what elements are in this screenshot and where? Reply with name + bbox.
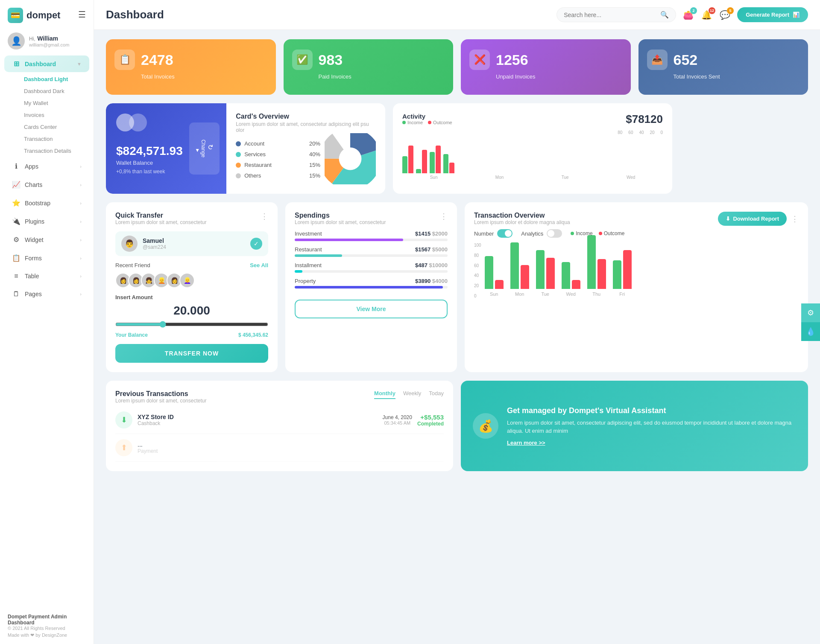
activity-title: Activity [402, 113, 452, 120]
tx-date-1: June 4, 2020 [383, 414, 412, 420]
bootstrap-icon: ⭐ [12, 199, 20, 207]
subitem-transaction-details[interactable]: Transaction Details [16, 145, 89, 157]
last-section: Previous Transactions Lorem ipsum dolor … [106, 381, 808, 471]
chevron-right-icon-4: › [80, 219, 82, 224]
search-input[interactable] [564, 12, 657, 18]
chevron-right-icon-8: › [80, 291, 82, 297]
footer-year: © 2021 All Rights Reserved [8, 626, 86, 631]
bar-group-wed [443, 154, 454, 173]
search-bar[interactable]: 🔍 [556, 7, 676, 22]
overview-legend: Account 20% Services 40% [236, 140, 320, 179]
settings-right-button[interactable]: ⚙ [801, 303, 820, 322]
sidebar-item-plugins[interactable]: 🔌 Plugins › [4, 213, 89, 230]
bar-col-fri: Fri [613, 250, 632, 297]
see-all-link[interactable]: See All [250, 262, 268, 268]
big-bar-chart-wrapper: 020406080100 Sun [474, 243, 799, 307]
sidebar-label-pages: Pages [25, 291, 42, 297]
download-report-button[interactable]: ⬇ Download Report [718, 212, 787, 226]
user-email: william@gmail.com [29, 42, 69, 47]
transfer-now-button[interactable]: TRANSFER NOW [115, 344, 268, 363]
insert-amount-label: Insert Amount [115, 294, 268, 300]
fri-income-bar [613, 260, 621, 289]
subitem-dashboard-dark[interactable]: Dashboard Dark [16, 85, 89, 97]
tab-today[interactable]: Today [429, 390, 444, 399]
amount-slider[interactable] [115, 321, 268, 328]
sidebar-item-pages[interactable]: 🗒 Pages › [4, 286, 89, 302]
view-more-button[interactable]: View More [295, 300, 448, 318]
outcome-dot-2 [599, 232, 602, 235]
sidebar-item-dashboard[interactable]: ⊞ Dashboard ▼ [4, 55, 89, 72]
activity-amount: $78120 [626, 113, 663, 126]
subitem-invoices[interactable]: Invoices [16, 109, 89, 121]
change-button[interactable]: ↻ Change ▼ [189, 122, 220, 175]
sidebar-item-charts[interactable]: 📈 Charts › [4, 176, 89, 193]
table-icon: ≡ [12, 272, 20, 280]
fri-outcome-bar [623, 250, 632, 289]
sidebar-item-forms[interactable]: 📋 Forms › [4, 250, 89, 266]
transaction-overview-menu[interactable]: ⋮ [791, 214, 799, 224]
bar-sun-outcome [408, 146, 413, 173]
bar-tue-outcome [436, 146, 441, 173]
bar-chart-inner: Sun Mon [485, 247, 799, 307]
sidebar-footer: Dompet Payment Admin Dashboard © 2021 Al… [0, 608, 94, 644]
number-toggle[interactable] [497, 229, 512, 238]
tx-type-2: Payment [138, 448, 444, 454]
chevron-right-icon-2: › [80, 182, 82, 187]
activity-card: Activity Income Outcome $78120 80 60 40 … [393, 103, 672, 194]
subitem-my-wallet[interactable]: My Wallet [16, 97, 89, 109]
money-bag-icon: 💰 [478, 419, 493, 433]
bar-wed-income [443, 154, 448, 173]
analytics-toggle[interactable] [547, 229, 562, 238]
message-icon-btn[interactable]: 💬 5 [720, 10, 730, 20]
sidebar-item-widget[interactable]: ⚙ Widget › [4, 231, 89, 248]
chevron-right-icon-5: › [80, 237, 82, 242]
sidebar-label-bootstrap: Bootstrap [25, 200, 50, 207]
chevron-right-icon-7: › [80, 274, 82, 279]
tab-monthly[interactable]: Monthly [374, 390, 395, 399]
income-dot [402, 121, 406, 124]
spendings-menu[interactable]: ⋮ [440, 212, 448, 221]
tx-name-1: XYZ Store ID [138, 414, 378, 420]
bar-sun-income [402, 156, 407, 173]
sidebar-item-table[interactable]: ≡ Table › [4, 268, 89, 284]
subitem-cards-center[interactable]: Cards Center [16, 121, 89, 133]
stat-card-total-invoices: 📋 2478 Total Invoices [106, 39, 276, 95]
sidebar-item-bootstrap[interactable]: ⭐ Bootstrap › [4, 195, 89, 211]
spendings-card: Spendings Lorem ipsum dolor sit amet, co… [285, 202, 457, 372]
subitem-transaction[interactable]: Transaction [16, 133, 89, 145]
analytics-toggle-label: Analytics [521, 230, 543, 237]
avatar: 👤 [8, 32, 25, 50]
sun-label: Sun [490, 291, 498, 297]
sidebar-label-forms: Forms [25, 255, 42, 262]
prev-tx-title: Previous Transactions [115, 390, 206, 398]
va-text: Lorem ipsum dolor sit amet, consectetur … [507, 419, 796, 435]
bar-pair-mon [510, 242, 529, 289]
number-toggle-group: Number [474, 229, 512, 238]
user-info: Hi, William william@gmail.com [29, 35, 69, 47]
wallet-icon-btn[interactable]: 👛 2 [683, 10, 694, 20]
hamburger-icon[interactable]: ☰ [78, 9, 86, 20]
bar-group-sun [402, 146, 413, 173]
droplet-right-button[interactable]: 💧 [801, 322, 820, 341]
quick-transfer-title: Quick Transfer [115, 212, 206, 219]
notification-icon-btn[interactable]: 🔔 12 [701, 10, 712, 20]
bar-pair-sun [485, 256, 504, 289]
bar-mon-income [416, 169, 421, 173]
recent-friend-label: Recent Friend [115, 262, 150, 268]
total-invoices-icon: 📋 [114, 50, 135, 70]
mon-outcome-bar [521, 265, 529, 289]
legend-item-restaurant: Restaurant 15% [236, 162, 320, 168]
forms-icon: 📋 [12, 254, 20, 262]
friend-avatars: 👩 👩 👧 👱 👩 👱‍♀️ [115, 273, 268, 288]
paid-invoices-label: Paid Invoices [319, 73, 445, 80]
sidebar-item-apps[interactable]: ℹ Apps › [4, 158, 89, 175]
va-learn-more-link[interactable]: Learn more >> [507, 440, 796, 446]
generate-report-button[interactable]: Generate Report 📊 [737, 7, 808, 22]
sent-invoices-icon: 📤 [647, 50, 668, 70]
others-dot [236, 173, 241, 178]
quick-transfer-menu[interactable]: ⋮ [261, 212, 268, 221]
tab-weekly[interactable]: Weekly [403, 390, 421, 399]
tue-income-bar [536, 250, 545, 289]
transfer-user-card: 👨 Samuel @sam224 ✓ [115, 231, 268, 256]
subitem-dashboard-light[interactable]: Dashboard Light [16, 73, 89, 85]
